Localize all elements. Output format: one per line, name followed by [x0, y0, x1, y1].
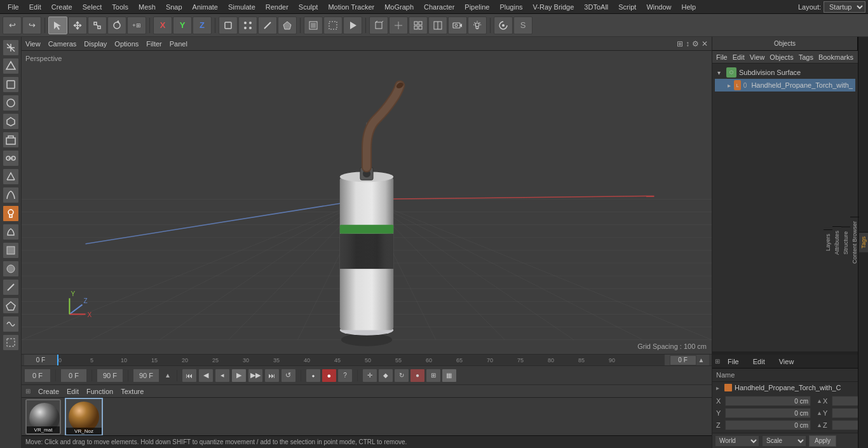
coord-z-up[interactable]: ▲ — [812, 422, 822, 428]
sidebar-btn-16[interactable] — [3, 316, 19, 332]
play-reverse-button[interactable]: ◂ — [215, 369, 230, 383]
tree-item-subdivision[interactable]: ▾ ⬡ Subdivision Surface — [715, 66, 855, 79]
object-mode-button[interactable] — [219, 17, 238, 34]
scale-button[interactable] — [88, 17, 107, 34]
light-button[interactable] — [468, 17, 487, 34]
render-region-button[interactable] — [323, 17, 342, 34]
viewport-icon-close[interactable]: ✕ — [702, 39, 708, 48]
menu-sculpt[interactable]: Sculpt — [294, 2, 323, 12]
z-axis-button[interactable]: Z — [193, 17, 212, 34]
menu-file[interactable]: File — [3, 2, 24, 12]
menu-edit[interactable]: Edit — [24, 2, 46, 12]
attr-view-menu[interactable]: View — [779, 358, 794, 365]
obj-objects-menu[interactable]: Objects — [770, 53, 793, 61]
menu-tools[interactable]: Tools — [107, 2, 133, 12]
render-button[interactable] — [343, 17, 362, 34]
loop-button[interactable]: ↺ — [281, 369, 296, 383]
viewport-menu-filter[interactable]: Filter — [146, 40, 161, 48]
first-frame-button[interactable]: ⏮ — [182, 369, 197, 383]
menu-vray[interactable]: V-Ray Bridge — [528, 2, 580, 12]
anim-timeline-button[interactable]: ▦ — [442, 369, 457, 383]
tree-item-torch[interactable]: ▸ L 0 Handheld_Propane_Torch_with_ — [715, 79, 855, 92]
sidebar-btn-17[interactable] — [3, 334, 19, 351]
menu-animate[interactable]: Animate — [187, 2, 223, 12]
prev-frame-button[interactable]: ◀ — [198, 369, 214, 383]
menu-script[interactable]: Script — [613, 2, 641, 12]
anim-curve-button[interactable]: ↻ — [394, 369, 409, 383]
menu-snap[interactable]: Snap — [161, 2, 187, 12]
menu-motion-tracker[interactable]: Motion Tracker — [323, 2, 379, 12]
layout-view-button[interactable] — [428, 17, 447, 34]
far-tab-layers[interactable]: Layers — [824, 229, 832, 255]
rotate-button[interactable] — [107, 17, 126, 34]
sidebar-btn-14[interactable] — [3, 279, 19, 295]
last-frame-button[interactable]: ⏭ — [264, 369, 280, 383]
help-button[interactable]: ? — [337, 369, 353, 383]
sidebar-btn-5[interactable] — [3, 113, 19, 130]
frame-up-btn[interactable]: ▲ — [165, 372, 171, 379]
viewport-icon-arrows[interactable]: ↕ — [686, 39, 689, 48]
coord-y-input[interactable] — [725, 408, 811, 418]
sidebar-btn-8[interactable] — [3, 168, 19, 185]
mat-menu-edit[interactable]: Edit — [67, 388, 79, 395]
apply-button[interactable]: Apply — [809, 435, 836, 447]
material-item-1[interactable]: VR_mat — [25, 399, 61, 435]
coord-x-input[interactable] — [725, 396, 811, 406]
transform-button[interactable]: +⊞ — [127, 17, 146, 34]
frame-end-input[interactable] — [670, 355, 696, 365]
snap-button[interactable] — [494, 17, 513, 34]
obj-bookmarks-menu[interactable]: Bookmarks — [818, 53, 853, 61]
tree-toggle-2[interactable]: ▸ — [728, 82, 731, 89]
viewport-icon-settings[interactable]: ⚙ — [692, 39, 699, 48]
viewport-menu-cameras[interactable]: Cameras — [48, 40, 77, 48]
viewport-menu-display[interactable]: Display — [84, 40, 107, 48]
viewport[interactable]: Perspective — [22, 51, 712, 354]
point-mode-button[interactable] — [238, 17, 257, 34]
poly-mode-button[interactable] — [278, 17, 297, 34]
play-button[interactable]: ▶ — [231, 369, 247, 383]
obj-edit-menu[interactable]: Edit — [733, 53, 745, 61]
frame-end-input2[interactable] — [97, 369, 123, 383]
anim-move-button[interactable]: ✛ — [362, 369, 377, 383]
coord-x-up[interactable]: ▲ — [812, 398, 822, 404]
layout-dropdown[interactable]: Startup — [824, 1, 865, 13]
sidebar-btn-6[interactable] — [3, 132, 19, 148]
menu-select[interactable]: Select — [78, 2, 107, 12]
flat-view-button[interactable] — [389, 17, 408, 34]
viewport-icon-maximize[interactable]: ⊞ — [677, 39, 683, 48]
sidebar-btn-11[interactable] — [3, 224, 19, 240]
anim-key-button[interactable]: ◆ — [378, 369, 393, 383]
attr-edit-menu[interactable]: Edit — [753, 358, 765, 365]
sidebar-btn-10[interactable] — [3, 205, 19, 222]
move-button[interactable] — [68, 17, 87, 34]
edge-mode-button[interactable] — [258, 17, 277, 34]
attr-file-menu[interactable]: File — [728, 358, 739, 365]
sidebar-btn-4[interactable] — [3, 95, 19, 111]
far-tab-tags[interactable]: Tags — [859, 232, 868, 252]
next-frame-button[interactable]: ▶▶ — [248, 369, 263, 383]
anim-record-button[interactable]: ● — [410, 369, 425, 383]
perspective-view-button[interactable] — [369, 17, 388, 34]
viewport-menu-panel[interactable]: Panel — [170, 40, 187, 48]
world-dropdown[interactable]: World Object — [715, 435, 759, 447]
menu-plugins[interactable]: Plugins — [494, 2, 527, 12]
undo-button[interactable]: ↩ — [3, 17, 22, 34]
mat-menu-create[interactable]: Create — [38, 388, 59, 395]
menu-mograph[interactable]: MoGraph — [379, 2, 419, 12]
camera-button[interactable] — [448, 17, 467, 34]
menu-pipeline[interactable]: Pipeline — [459, 2, 494, 12]
coord-y-up[interactable]: ▲ — [812, 410, 822, 416]
menu-render[interactable]: Render — [261, 2, 294, 12]
x-axis-button[interactable]: X — [153, 17, 172, 34]
obj-tags-menu[interactable]: Tags — [799, 53, 813, 61]
coord-z-input[interactable] — [725, 420, 811, 430]
sidebar-btn-3[interactable] — [3, 76, 19, 93]
material-item-2[interactable]: VR_Noz — [65, 398, 103, 435]
frame-end-up[interactable]: ▲ — [698, 356, 705, 363]
obj-file-menu[interactable]: File — [716, 53, 728, 61]
sidebar-btn-2[interactable] — [3, 58, 19, 74]
sidebar-btn-7[interactable] — [3, 150, 19, 166]
obj-view-menu[interactable]: View — [750, 53, 765, 61]
sidebar-btn-1[interactable] — [3, 39, 19, 56]
sidebar-btn-15[interactable] — [3, 297, 19, 314]
